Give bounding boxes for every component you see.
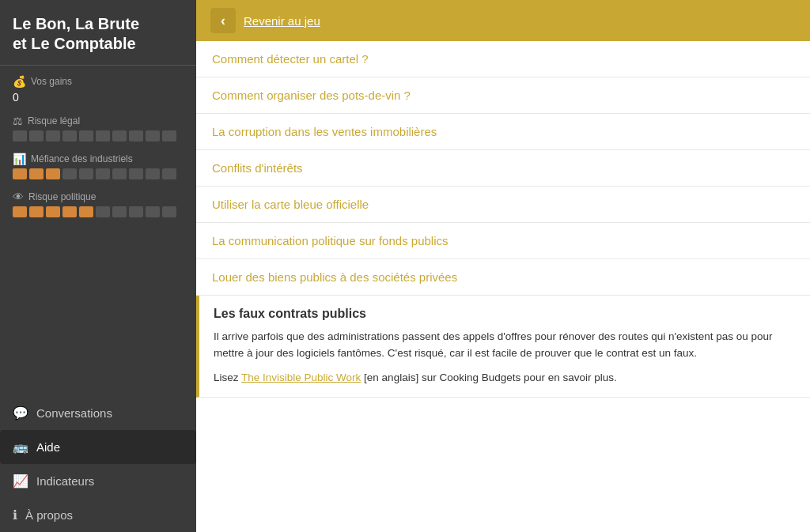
apropos-icon: ℹ [13,507,17,523]
bar-cell [79,206,93,217]
gains-icon: 💰 [13,75,26,88]
main-content: ‹ Revenir au jeu Comment détecter un car… [196,0,810,532]
legal-risk-bar [13,130,184,141]
top-bar: ‹ Revenir au jeu [196,0,810,41]
legal-icon: ⚖ [13,115,23,127]
bar-cell [13,168,27,179]
topic-item[interactable]: Comment organiser des pots-de-vin ? [196,77,810,114]
nav-aide-label: Aide [36,440,60,454]
expanded-body: Il arrive parfois que des administration… [214,329,796,362]
nav-apropos[interactable]: ℹ À propos [0,498,196,532]
indicateurs-icon: 📈 [13,474,28,489]
conversations-icon: 💬 [13,406,28,421]
bar-cell [129,168,143,179]
nav-apropos-label: À propos [25,508,73,522]
expanded-link: Lisez The Invisible Public Work [en angl… [214,370,796,386]
bar-cell [162,130,176,141]
topic-item[interactable]: Louer des biens publics à des sociétés p… [196,259,810,296]
topic-item[interactable]: Conflits d'intérêts [196,150,810,187]
bar-cell [29,206,44,217]
nav-indicateurs[interactable]: 📈 Indicateurs [0,464,196,498]
distrust-icon: 📊 [13,153,26,165]
bar-cell [96,206,110,217]
bar-cell [79,130,93,141]
expanded-title: Les faux contrats publics [214,307,796,321]
sidebar: Le Bon, La Bruteet Le Comptable 💰 Vos ga… [0,0,196,532]
back-link[interactable]: Revenir au jeu [244,14,320,28]
stats-panel: 💰 Vos gains 0 ⚖ Risque légal [0,66,196,396]
bar-cell [46,130,60,141]
link-prefix: Lisez [214,372,241,383]
bar-cell [112,168,127,179]
distrust-label: Méfiance des industriels [31,153,133,164]
nav-indicateurs-label: Indicateurs [36,474,94,488]
bar-cell [112,206,127,217]
distrust-block: 📊 Méfiance des industriels [13,153,184,179]
bar-cell [29,168,44,179]
topic-item[interactable]: Utiliser la carte bleue officielle [196,187,810,223]
political-risk-block: 👁 Risque politique [13,191,184,217]
bar-cell [129,206,143,217]
gains-block: 💰 Vos gains 0 [13,75,184,104]
bar-cell [62,206,77,217]
bar-cell [96,168,110,179]
distrust-bar [13,168,184,179]
bar-cell [162,168,176,179]
bar-cell [129,130,143,141]
nav-conversations[interactable]: 💬 Conversations [0,396,196,430]
bar-cell [162,206,176,217]
aide-icon: 🚌 [13,440,28,455]
bar-cell [46,168,60,179]
political-risk-bar [13,206,184,217]
nav-conversations-label: Conversations [36,406,112,420]
gains-value: 0 [13,91,184,104]
bar-cell [146,168,160,179]
external-link[interactable]: The Invisible Public Work [241,372,361,383]
bar-cell [62,130,77,141]
gains-label: Vos gains [31,76,72,87]
legal-risk-block: ⚖ Risque légal [13,115,184,141]
political-icon: 👁 [13,191,24,203]
bar-cell [29,130,44,141]
bar-cell [46,206,60,217]
bar-cell [146,130,160,141]
topic-item[interactable]: La corruption dans les ventes immobilièr… [196,114,810,150]
expanded-topic: Les faux contrats publics Il arrive parf… [196,296,810,398]
back-button[interactable]: ‹ [210,8,236,33]
nav-aide[interactable]: 🚌 Aide [0,430,196,464]
link-suffix: [en anglais] sur Cooking Budgets pour en… [361,372,616,383]
bar-cell [146,206,160,217]
bar-cell [79,168,93,179]
bar-cell [13,206,27,217]
sidebar-nav: 💬 Conversations 🚌 Aide 📈 Indicateurs ℹ À… [0,396,196,532]
legal-risk-label: Risque légal [28,115,80,126]
bar-cell [62,168,77,179]
help-content: Comment détecter un cartel ? Comment org… [196,41,810,532]
topic-item[interactable]: La communication politique sur fonds pub… [196,223,810,259]
political-risk-label: Risque politique [28,191,96,202]
bar-cell [13,130,27,141]
topic-item[interactable]: Comment détecter un cartel ? [196,41,810,77]
app-title: Le Bon, La Bruteet Le Comptable [0,0,196,66]
bar-cell [96,130,110,141]
bar-cell [112,130,127,141]
